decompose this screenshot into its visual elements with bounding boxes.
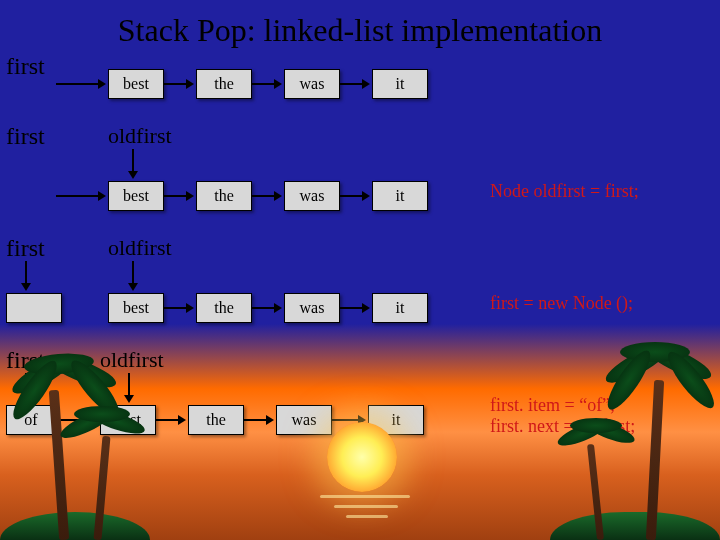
arrow-icon [340,83,362,85]
node-new-empty [6,293,62,323]
step-2: first oldfirst best the was it Node oldf… [0,123,720,235]
arrow-icon [244,419,266,421]
step-1: first best the was it [0,53,720,123]
arrow-icon [56,195,98,197]
arrow-down-icon [128,373,130,395]
arrow-icon [340,195,362,197]
node-best: best [108,181,164,211]
node-best: best [108,293,164,323]
ripple-decoration [346,515,388,518]
arrow-icon [252,307,274,309]
palm-tree-icon [78,420,128,540]
arrow-icon [252,83,274,85]
ripple-decoration [334,505,398,508]
node-was: was [284,69,340,99]
node-was: was [284,293,340,323]
ripple-decoration [320,495,410,498]
caption-1: Node oldfirst = first; [490,181,639,202]
node-was: was [276,405,332,435]
palm-tree-icon [574,430,620,540]
node-the: the [188,405,244,435]
first-label-3: first [6,235,45,262]
node-the: the [196,181,252,211]
arrow-icon [164,83,186,85]
palm-tree-icon [626,360,686,540]
arrow-down-icon [132,149,134,171]
step-3: first oldfirst best the was it first = n… [0,235,720,347]
node-was: was [284,181,340,211]
slide-title: Stack Pop: linked-list implementation [0,0,720,53]
first-label-1: first [6,53,45,80]
arrow-down-icon [25,261,27,283]
node-it: it [372,293,428,323]
caption-2: first = new Node (); [490,293,633,314]
node-it: it [372,69,428,99]
oldfirst-label-3: oldfirst [108,235,172,261]
arrow-icon [164,195,186,197]
arrow-icon [332,419,358,421]
node-it: it [372,181,428,211]
arrow-icon [56,83,98,85]
oldfirst-label-4: oldfirst [100,347,164,373]
node-the: the [196,69,252,99]
node-the: the [196,293,252,323]
oldfirst-label-2: oldfirst [108,123,172,149]
sun-decoration [327,422,397,492]
arrow-icon [252,195,274,197]
first-label-2: first [6,123,45,150]
arrow-icon [156,419,178,421]
arrow-down-icon [132,261,134,283]
arrow-icon [340,307,362,309]
caption-3a: first. item = “of”; [490,395,615,415]
arrow-icon [164,307,186,309]
node-best: best [108,69,164,99]
